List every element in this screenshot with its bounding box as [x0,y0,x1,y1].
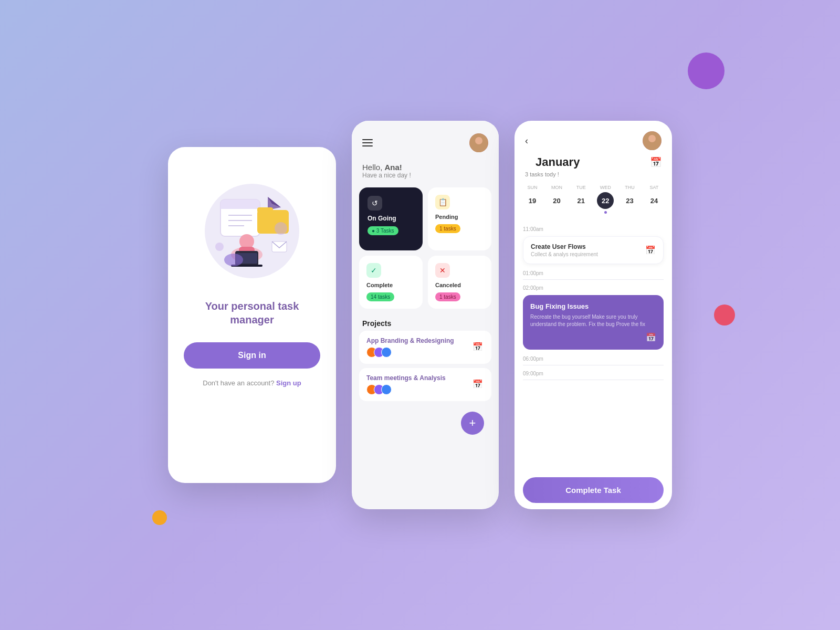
svg-rect-10 [257,207,273,213]
event-create-user-flows[interactable]: Create User Flows Collect & analys requi… [523,236,664,264]
svg-point-20 [215,243,224,251]
complete-icon: ✓ [366,263,381,278]
project-avatars-1 [366,347,454,358]
project-calendar-icon-1: 📅 [472,342,484,353]
project-name-1: App Branding & Redesigning [366,337,454,344]
complete-card[interactable]: ✓ Complete 14 tasks [359,256,423,309]
time-0900: 09:00pm [523,366,664,379]
cal-days: SUN 19 MON 20 TUE 21 WED 22 THU 23 SAT [514,185,672,222]
complete-badge: 14 tasks [366,292,394,301]
svg-point-22 [475,137,482,144]
event-calendar-icon-2: 📅 [646,333,656,342]
pending-icon: 📋 [435,195,450,209]
illustration-svg [194,168,310,284]
svg-point-12 [239,234,254,249]
time-1100: 11:00am [523,222,664,234]
project-name-2: Team meetings & Analysis [366,374,446,382]
cal-day-24[interactable]: SAT 24 [645,185,664,214]
task-cards-grid: ↺ On Going ● 3 Tasks 📋 Pending 1 tasks ✓… [352,187,499,314]
projects-label: Projects [352,314,499,331]
cal-day-19[interactable]: SUN 19 [523,185,542,214]
project-calendar-icon-2: 📅 [472,379,484,391]
canceled-title: Canceled [435,282,484,288]
cal-calendar-icon: 📅 [650,156,662,168]
cal-month: January [525,155,590,169]
pending-badge: 1 tasks [435,224,460,233]
screen-calendar: ‹ January 📅 3 tasks tody ! SUN 19 MON 20 [514,121,672,509]
canceled-icon: ✕ [435,263,450,278]
complete-task-button[interactable]: Complete Task [523,477,664,503]
signup-text: Don't have an account? Sign up [203,379,301,387]
time-0100: 01:00pm [523,266,664,278]
time-0600: 06:00pm [523,352,664,364]
dashboard-header [352,121,499,159]
svg-rect-3 [220,205,260,209]
event-bug-fixing[interactable]: Bug Fixing Issues Recreate the bug yours… [523,295,664,350]
greeting: Hello, Ana! Have a nice day ! [352,159,499,187]
ongoing-title: On Going [368,215,414,222]
pending-title: Pending [435,214,484,220]
pending-card[interactable]: 📋 Pending 1 tasks [428,187,491,250]
cal-day-21[interactable]: TUE 21 [572,185,591,214]
ongoing-badge: ● 3 Tasks [368,226,398,235]
login-title: Your personal task manager [184,299,320,327]
complete-title: Complete [366,282,415,288]
project-avatars-2 [366,384,446,395]
project-item-1[interactable]: App Branding & Redesigning 📅 [359,331,491,364]
deco-circle-purple [688,52,724,89]
member-avatar-6 [381,384,392,395]
timeline-divider-1 [523,279,664,280]
add-project-fab[interactable]: + [461,412,484,435]
canceled-card[interactable]: ✕ Canceled 1 tasks [428,256,491,309]
timeline-divider-2 [523,365,664,365]
back-button[interactable]: ‹ [525,135,528,146]
hamburger-menu-icon[interactable] [362,139,373,146]
timeline: 11:00am Create User Flows Collect & anal… [514,222,672,471]
greeting-hello: Hello, Ana! [362,163,488,172]
deco-circle-red [714,304,735,326]
screen-dashboard: Hello, Ana! Have a nice day ! ↺ On Going… [352,121,499,509]
illustration-container [194,168,310,284]
event-desc-2: Recreate the bug yourself Make sure you … [530,313,656,328]
screen-login: Your personal task manager Sign in Don't… [168,147,336,483]
cal-day-23[interactable]: THU 23 [621,185,639,214]
cal-user-avatar [643,131,662,150]
active-day-dot [604,211,607,214]
svg-point-25 [648,135,656,142]
project-item-2[interactable]: Team meetings & Analysis 📅 [359,368,491,401]
time-0200: 02:00pm [523,281,664,293]
canceled-badge: 1 tasks [435,292,460,301]
greeting-sub: Have a nice day ! [362,172,488,179]
svg-point-19 [275,222,287,235]
user-avatar [469,133,488,152]
signup-link[interactable]: Sign up [276,379,301,387]
svg-point-17 [224,254,243,266]
event-calendar-icon-1: 📅 [645,245,656,255]
ongoing-card[interactable]: ↺ On Going ● 3 Tasks [359,187,423,250]
cal-header: ‹ [514,121,672,155]
screens-container: Your personal task manager Sign in Don't… [168,121,672,509]
event-title-2: Bug Fixing Issues [530,302,656,310]
cal-day-20[interactable]: MON 20 [547,185,566,214]
member-avatar-3 [381,347,392,358]
ongoing-icon: ↺ [368,196,382,211]
deco-circle-orange [152,510,167,525]
timeline-divider-3 [523,380,664,380]
event-sub-1: Collect & analys requirement [531,251,598,257]
cal-tasks-label: 3 tasks tody ! [514,170,672,185]
cal-day-22[interactable]: WED 22 [596,185,615,214]
event-title-1: Create User Flows [531,243,598,250]
signin-button[interactable]: Sign in [184,342,320,369]
